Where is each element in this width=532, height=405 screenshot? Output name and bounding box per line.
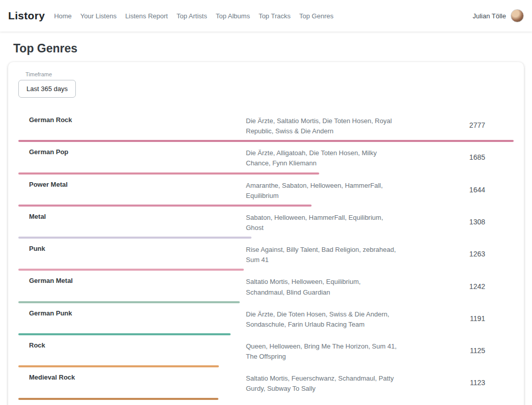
genre-artists: Saltatio Mortis, Helloween, Equilibrium,… <box>246 275 400 297</box>
genre-name: Medieval Rock <box>18 371 246 394</box>
genre-name: German Punk <box>18 307 246 330</box>
genre-row: Metal Sabaton, Helloween, HammerFall, Eq… <box>18 207 514 239</box>
nav-item-top-artists[interactable]: Top Artists <box>177 12 207 20</box>
genre-row: Medieval Rock Saltatio Mortis, Feuerschw… <box>18 367 514 399</box>
genre-count: 1242 <box>446 282 514 291</box>
genre-row: Rock Queen, Helloween, Bring Me The Hori… <box>18 335 514 367</box>
genre-count: 1123 <box>446 379 514 387</box>
genre-count: 1191 <box>446 314 514 323</box>
timeframe-select[interactable]: Last 365 days <box>18 80 76 98</box>
genre-artists: Rise Against, Billy Talent, Bad Religion… <box>246 243 400 265</box>
user-avatar[interactable] <box>511 9 524 22</box>
page-title: Top Genres <box>13 42 532 55</box>
genre-row: Power Metal Amaranthe, Sabaton, Hellowee… <box>18 175 514 207</box>
genre-row: German Rock Die Ärzte, Saltatio Mortis, … <box>18 110 514 142</box>
nav-item-your-listens[interactable]: Your Listens <box>80 12 117 20</box>
nav-links: HomeYour ListensListens ReportTop Artist… <box>54 12 333 20</box>
genre-artists: Queen, Helloween, Bring Me The Horizon, … <box>246 339 400 362</box>
genre-row: German Punk Die Ärzte, Die Toten Hosen, … <box>18 303 514 335</box>
top-nav: Listory HomeYour ListensListens ReportTo… <box>0 0 532 32</box>
nav-item-home[interactable]: Home <box>54 12 72 20</box>
genre-artists: Saltatio Mortis, Feuerschwanz, Schandmau… <box>246 371 400 394</box>
genre-row: German Pop Die Ärzte, Alligatoah, Die To… <box>18 142 514 174</box>
genre-row: Melodic Metal Unleash The Archers, Hello… <box>18 400 514 405</box>
genre-name: Rock <box>18 339 246 362</box>
genre-artists: Sabaton, Helloween, HammerFall, Equilibr… <box>246 211 400 233</box>
genre-row: Punk Rise Against, Billy Talent, Bad Rel… <box>18 239 514 271</box>
genre-count: 2777 <box>446 121 514 129</box>
nav-item-top-tracks[interactable]: Top Tracks <box>259 12 291 20</box>
genre-artists: Die Ärzte, Alligatoah, Die Toten Hosen, … <box>246 146 400 168</box>
genre-count: 1308 <box>446 218 514 226</box>
genre-count: 1644 <box>446 186 514 194</box>
nav-item-top-albums[interactable]: Top Albums <box>216 12 250 20</box>
brand-link[interactable]: Listory <box>8 10 45 22</box>
genre-name: Punk <box>18 243 246 265</box>
user-menu[interactable]: Julian Tölle <box>472 9 524 22</box>
nav-item-listens-report[interactable]: Listens Report <box>125 12 168 20</box>
genre-name: Metal <box>18 211 246 233</box>
genre-name: Power Metal <box>18 179 246 201</box>
top-genres-panel: Timeframe Last 365 days German Rock Die … <box>8 62 524 405</box>
genre-name: German Rock <box>18 114 246 136</box>
genre-row: German Metal Saltatio Mortis, Helloween,… <box>18 271 514 303</box>
timeframe-label: Timeframe <box>25 71 514 77</box>
nav-item-top-genres[interactable]: Top Genres <box>299 12 333 20</box>
genre-name: German Pop <box>18 146 246 168</box>
genre-artists: Die Ärzte, Die Toten Hosen, Swiss & Die … <box>246 307 400 330</box>
genre-artists: Amaranthe, Sabaton, Helloween, HammerFal… <box>246 179 400 201</box>
genre-name: German Metal <box>18 275 246 297</box>
genre-count: 1125 <box>446 346 514 355</box>
genre-count: 1263 <box>446 250 514 258</box>
genre-artists: Die Ärzte, Saltatio Mortis, Die Toten Ho… <box>246 114 400 136</box>
genre-table: German Rock Die Ärzte, Saltatio Mortis, … <box>18 110 514 405</box>
user-name: Julian Tölle <box>472 12 506 20</box>
genre-count: 1685 <box>446 153 514 161</box>
